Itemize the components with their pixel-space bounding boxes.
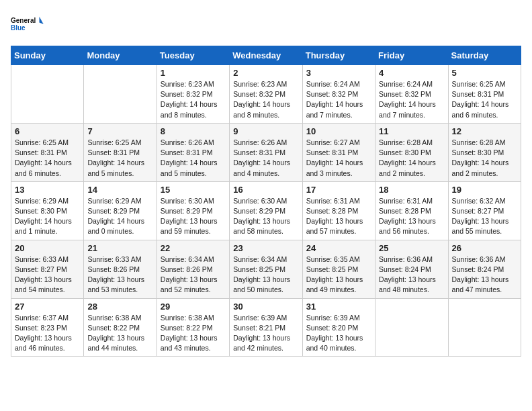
day-info: Sunrise: 6:25 AM Sunset: 8:31 PM Dayligh…	[87, 138, 152, 179]
day-number: 25	[379, 243, 444, 253]
calendar-cell: 30Sunrise: 6:39 AM Sunset: 8:21 PM Dayli…	[230, 298, 302, 357]
calendar-cell: 8Sunrise: 6:26 AM Sunset: 8:31 PM Daylig…	[157, 123, 229, 181]
day-number: 5	[452, 68, 517, 78]
day-info: Sunrise: 6:30 AM Sunset: 8:29 PM Dayligh…	[233, 196, 298, 237]
calendar-cell	[448, 298, 521, 357]
day-info: Sunrise: 6:24 AM Sunset: 8:32 PM Dayligh…	[306, 79, 371, 120]
calendar-cell: 6Sunrise: 6:25 AM Sunset: 8:31 PM Daylig…	[11, 123, 84, 181]
calendar-cell: 3Sunrise: 6:24 AM Sunset: 8:32 PM Daylig…	[302, 65, 375, 124]
day-number: 12	[452, 126, 517, 136]
calendar-week-5: 27Sunrise: 6:37 AM Sunset: 8:23 PM Dayli…	[11, 298, 521, 357]
calendar-cell: 19Sunrise: 6:32 AM Sunset: 8:27 PM Dayli…	[448, 181, 521, 240]
day-info: Sunrise: 6:25 AM Sunset: 8:31 PM Dayligh…	[15, 138, 80, 179]
day-number: 24	[306, 243, 371, 253]
calendar-cell: 4Sunrise: 6:24 AM Sunset: 8:32 PM Daylig…	[375, 65, 448, 124]
weekday-header-sunday: Sunday	[11, 46, 84, 65]
day-number: 31	[306, 302, 371, 312]
calendar-cell	[84, 65, 157, 124]
svg-marker-2	[40, 17, 44, 24]
day-info: Sunrise: 6:35 AM Sunset: 8:25 PM Dayligh…	[306, 255, 371, 295]
day-number: 28	[87, 302, 152, 312]
day-info: Sunrise: 6:28 AM Sunset: 8:30 PM Dayligh…	[379, 138, 444, 179]
day-number: 16	[233, 185, 298, 195]
day-info: Sunrise: 6:36 AM Sunset: 8:24 PM Dayligh…	[379, 255, 444, 295]
weekday-header-monday: Monday	[84, 46, 157, 65]
calendar-cell: 23Sunrise: 6:34 AM Sunset: 8:25 PM Dayli…	[230, 240, 302, 298]
day-info: Sunrise: 6:27 AM Sunset: 8:31 PM Dayligh…	[306, 138, 371, 179]
day-number: 4	[379, 68, 444, 78]
day-number: 11	[379, 126, 444, 136]
page-header: General Blue	[11, 11, 521, 38]
calendar-week-4: 20Sunrise: 6:33 AM Sunset: 8:27 PM Dayli…	[11, 240, 521, 298]
svg-text:General: General	[11, 17, 36, 24]
logo-svg: General Blue	[11, 11, 44, 38]
day-number: 17	[306, 185, 371, 195]
calendar-cell: 13Sunrise: 6:29 AM Sunset: 8:30 PM Dayli…	[11, 181, 84, 240]
day-number: 6	[15, 126, 80, 136]
day-info: Sunrise: 6:26 AM Sunset: 8:31 PM Dayligh…	[161, 138, 226, 179]
calendar-cell: 20Sunrise: 6:33 AM Sunset: 8:27 PM Dayli…	[11, 240, 84, 298]
calendar-cell: 5Sunrise: 6:25 AM Sunset: 8:31 PM Daylig…	[448, 65, 521, 124]
calendar-week-3: 13Sunrise: 6:29 AM Sunset: 8:30 PM Dayli…	[11, 181, 521, 240]
day-info: Sunrise: 6:24 AM Sunset: 8:32 PM Dayligh…	[379, 79, 444, 120]
calendar-cell: 26Sunrise: 6:36 AM Sunset: 8:24 PM Dayli…	[448, 240, 521, 298]
calendar-cell: 25Sunrise: 6:36 AM Sunset: 8:24 PM Dayli…	[375, 240, 448, 298]
day-info: Sunrise: 6:33 AM Sunset: 8:27 PM Dayligh…	[15, 255, 80, 295]
day-info: Sunrise: 6:25 AM Sunset: 8:31 PM Dayligh…	[452, 79, 517, 120]
weekday-header-row: SundayMondayTuesdayWednesdayThursdayFrid…	[11, 46, 521, 65]
calendar-cell: 29Sunrise: 6:38 AM Sunset: 8:22 PM Dayli…	[157, 298, 229, 357]
day-number: 8	[161, 126, 226, 136]
weekday-header-thursday: Thursday	[302, 46, 375, 65]
calendar-cell	[11, 65, 84, 124]
day-number: 2	[233, 68, 298, 78]
svg-text:Blue: Blue	[11, 24, 26, 32]
day-info: Sunrise: 6:38 AM Sunset: 8:22 PM Dayligh…	[161, 313, 226, 354]
calendar-cell: 18Sunrise: 6:31 AM Sunset: 8:28 PM Dayli…	[375, 181, 448, 240]
calendar-cell: 10Sunrise: 6:27 AM Sunset: 8:31 PM Dayli…	[302, 123, 375, 181]
day-number: 13	[15, 185, 80, 195]
calendar-cell: 28Sunrise: 6:38 AM Sunset: 8:22 PM Dayli…	[84, 298, 157, 357]
day-info: Sunrise: 6:28 AM Sunset: 8:30 PM Dayligh…	[452, 138, 517, 179]
calendar-week-1: 1Sunrise: 6:23 AM Sunset: 8:32 PM Daylig…	[11, 65, 521, 124]
calendar-cell: 24Sunrise: 6:35 AM Sunset: 8:25 PM Dayli…	[302, 240, 375, 298]
day-info: Sunrise: 6:38 AM Sunset: 8:22 PM Dayligh…	[87, 313, 152, 354]
day-info: Sunrise: 6:33 AM Sunset: 8:26 PM Dayligh…	[87, 255, 152, 295]
calendar-cell: 14Sunrise: 6:29 AM Sunset: 8:29 PM Dayli…	[84, 181, 157, 240]
calendar-cell: 9Sunrise: 6:26 AM Sunset: 8:31 PM Daylig…	[230, 123, 302, 181]
calendar-cell: 22Sunrise: 6:34 AM Sunset: 8:26 PM Dayli…	[157, 240, 229, 298]
weekday-header-saturday: Saturday	[448, 46, 521, 65]
day-info: Sunrise: 6:39 AM Sunset: 8:20 PM Dayligh…	[306, 313, 371, 354]
day-info: Sunrise: 6:26 AM Sunset: 8:31 PM Dayligh…	[233, 138, 298, 179]
day-number: 20	[15, 243, 80, 253]
day-info: Sunrise: 6:34 AM Sunset: 8:26 PM Dayligh…	[161, 255, 226, 295]
day-number: 26	[452, 243, 517, 253]
day-number: 19	[452, 185, 517, 195]
weekday-header-friday: Friday	[375, 46, 448, 65]
calendar-cell: 1Sunrise: 6:23 AM Sunset: 8:32 PM Daylig…	[157, 65, 229, 124]
day-number: 27	[15, 302, 80, 312]
day-info: Sunrise: 6:37 AM Sunset: 8:23 PM Dayligh…	[15, 313, 80, 354]
day-number: 22	[161, 243, 226, 253]
weekday-header-tuesday: Tuesday	[157, 46, 229, 65]
calendar-cell: 16Sunrise: 6:30 AM Sunset: 8:29 PM Dayli…	[230, 181, 302, 240]
day-info: Sunrise: 6:32 AM Sunset: 8:27 PM Dayligh…	[452, 196, 517, 237]
day-number: 18	[379, 185, 444, 195]
weekday-header-wednesday: Wednesday	[230, 46, 302, 65]
calendar-week-2: 6Sunrise: 6:25 AM Sunset: 8:31 PM Daylig…	[11, 123, 521, 181]
day-number: 30	[233, 302, 298, 312]
calendar-cell: 27Sunrise: 6:37 AM Sunset: 8:23 PM Dayli…	[11, 298, 84, 357]
day-number: 23	[233, 243, 298, 253]
day-info: Sunrise: 6:30 AM Sunset: 8:29 PM Dayligh…	[161, 196, 226, 237]
day-info: Sunrise: 6:34 AM Sunset: 8:25 PM Dayligh…	[233, 255, 298, 295]
day-info: Sunrise: 6:31 AM Sunset: 8:28 PM Dayligh…	[306, 196, 371, 237]
calendar-cell: 21Sunrise: 6:33 AM Sunset: 8:26 PM Dayli…	[84, 240, 157, 298]
calendar-cell: 12Sunrise: 6:28 AM Sunset: 8:30 PM Dayli…	[448, 123, 521, 181]
calendar-cell: 7Sunrise: 6:25 AM Sunset: 8:31 PM Daylig…	[84, 123, 157, 181]
day-info: Sunrise: 6:23 AM Sunset: 8:32 PM Dayligh…	[233, 79, 298, 120]
day-number: 9	[233, 126, 298, 136]
day-info: Sunrise: 6:29 AM Sunset: 8:29 PM Dayligh…	[87, 196, 152, 237]
day-number: 1	[161, 68, 226, 78]
day-info: Sunrise: 6:29 AM Sunset: 8:30 PM Dayligh…	[15, 196, 80, 237]
day-number: 7	[87, 126, 152, 136]
day-info: Sunrise: 6:36 AM Sunset: 8:24 PM Dayligh…	[452, 255, 517, 295]
